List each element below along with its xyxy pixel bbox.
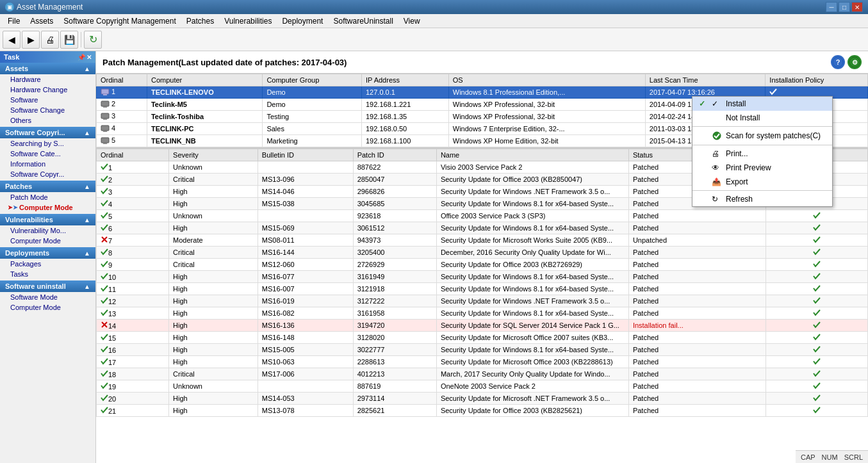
patch-row[interactable]: 6 High MS15-069 3061512 Security Update … (97, 222, 868, 234)
sidebar-item-patch-mode[interactable]: Patch Mode (0, 192, 95, 202)
col-ip: IP Address (362, 74, 449, 86)
bottom-col-ordinal: Ordinal (97, 149, 169, 161)
severity: Critical (169, 247, 258, 259)
patch-row[interactable]: 17 High MS10-063 2288613 Security Update… (97, 356, 868, 368)
patch-id: 2973114 (353, 393, 436, 405)
ordinal: 17 (97, 356, 169, 368)
status: Installation fail... (628, 320, 766, 332)
patch-row[interactable]: 11 High MS16-007 3121918 Security Update… (97, 283, 868, 295)
sidebar-item-software-change[interactable]: Software Change (0, 105, 95, 115)
menu-patches[interactable]: Patches (181, 15, 219, 27)
patch-name: Office 2003 Service Pack 3 (SP3) (436, 210, 628, 222)
sidebar-item-vuln-computer-mode[interactable]: Computer Mode (0, 236, 95, 246)
section-header-software-copyright[interactable]: Software Copyri... ▲ (0, 127, 95, 138)
forward-button[interactable]: ▶ (22, 31, 40, 49)
patch-id: 2825621 (353, 405, 436, 417)
auto-install (766, 247, 868, 259)
os-cell: Windows XP Home Edition, 32-bit (448, 135, 645, 147)
sidebar-item-hardware-change[interactable]: Hardware Change (0, 85, 95, 95)
menu-software-copyright[interactable]: Software Copyright Management (58, 15, 181, 27)
arrow-vulnerabilities: ▲ (84, 216, 90, 223)
auto-install (766, 210, 868, 222)
dropdown-item-export[interactable]: 📤Export (692, 175, 832, 189)
patch-row[interactable]: 20 High MS14-053 2973114 Security Update… (97, 393, 868, 405)
save-button[interactable]: 💾 (60, 31, 78, 49)
menu-vulnerabilities[interactable]: Vulnerabilities (219, 15, 277, 27)
section-header-vulnerabilities[interactable]: Vulnerabilities ▲ (0, 214, 95, 225)
refresh-button[interactable]: ↻ (84, 31, 102, 49)
patch-row[interactable]: 15 High MS16-148 3128020 Security Update… (97, 332, 868, 344)
ordinal: 5 (97, 210, 169, 222)
close-button[interactable]: ✕ (851, 2, 863, 12)
num-indicator: NUM (822, 453, 838, 461)
maximize-button[interactable]: □ (839, 2, 850, 12)
sidebar-item-computer-mode[interactable]: ➤ Computer Mode (0, 202, 95, 213)
patch-row[interactable]: 7 Moderate MS08-011 943973 Security Upda… (97, 234, 868, 247)
menu-deployment[interactable]: Deployment (277, 15, 328, 27)
patch-row[interactable]: 5 Unknown 923618 Office 2003 Service Pac… (97, 210, 868, 222)
patch-row[interactable]: 16 High MS15-005 3022777 Security Update… (97, 344, 868, 356)
auto-install (766, 320, 868, 332)
bulletin: MS16-019 (258, 295, 353, 307)
dropdown-item-print[interactable]: 🖨Print... (692, 147, 832, 161)
patch-id: 3205400 (353, 247, 436, 259)
patch-row[interactable]: 14 High MS16-136 3194720 Security Update… (97, 320, 868, 332)
back-button[interactable]: ◀ (3, 31, 20, 49)
auto-install (766, 332, 868, 344)
patch-id: 923618 (353, 210, 436, 222)
patch-name: Security Update for Microsoft Works Suit… (436, 234, 628, 247)
patch-row[interactable]: 21 High MS13-078 2825621 Security Update… (97, 405, 868, 417)
patch-row[interactable]: 18 Critical MS17-006 4012213 March, 2017… (97, 368, 868, 380)
patch-row[interactable]: 9 Critical MS12-060 2726929 Security Upd… (97, 259, 868, 271)
sidebar-item-vuln-mode[interactable]: Vulnerability Mo... (0, 225, 95, 236)
dropdown-item-install[interactable]: ✓✓Install (692, 97, 832, 111)
checkmark-icon (699, 195, 708, 204)
section-header-software-uninstall[interactable]: Software uninstall ▲ (0, 280, 95, 292)
sidebar-item-packages[interactable]: Packages (0, 259, 95, 269)
minimize-button[interactable]: ─ (826, 2, 837, 12)
dropdown-item-refresh[interactable]: ↻Refresh (692, 192, 832, 206)
dropdown-separator (692, 145, 832, 145)
sidebar-item-software-copyr[interactable]: Software Copyr... (0, 169, 95, 179)
dropdown-item-print-preview[interactable]: 👁Print Preview (692, 161, 832, 175)
sidebar-item-tasks[interactable]: Tasks (0, 269, 95, 279)
dropdown-item-not-install[interactable]: Not Install (692, 111, 832, 125)
sidebar-item-others[interactable]: Others (0, 115, 95, 126)
sidebar-item-searching[interactable]: Searching by S... (0, 138, 95, 149)
bulletin (258, 161, 353, 174)
menu-file[interactable]: File (3, 15, 25, 27)
severity: Unknown (169, 380, 258, 393)
group-cell: Marketing (263, 135, 362, 147)
section-header-deployments[interactable]: Deployments ▲ (0, 247, 95, 259)
ordinal-cell: 1 (97, 86, 147, 99)
section-label-patches: Patches (5, 183, 32, 190)
settings-icon[interactable]: ⚙ (848, 55, 862, 69)
patch-name: Visio 2003 Service Pack 2 (436, 161, 628, 174)
sidebar-item-hardware[interactable]: Hardware (0, 74, 95, 85)
severity: Moderate (169, 234, 258, 247)
patch-row[interactable]: 10 High MS16-077 3161949 Security Update… (97, 271, 868, 283)
patch-row[interactable]: 13 High MS16-082 3161958 Security Update… (97, 307, 868, 320)
menu-software-uninstall[interactable]: SoftwareUninstall (328, 15, 398, 27)
sidebar-item-software[interactable]: Software (0, 95, 95, 105)
sidebar-item-information[interactable]: Information (0, 159, 95, 169)
auto-install (766, 368, 868, 380)
task-pin[interactable]: 📌 (78, 54, 85, 61)
section-header-patches[interactable]: Patches ▲ (0, 181, 95, 192)
patch-row[interactable]: 8 Critical MS16-144 3205400 December, 20… (97, 247, 868, 259)
patch-row[interactable]: 12 High MS16-019 3127222 Security Update… (97, 295, 868, 307)
task-close[interactable]: ✕ (86, 54, 92, 61)
menu-view[interactable]: View (398, 15, 425, 27)
print-button[interactable]: 🖨 (41, 31, 59, 49)
patch-row[interactable]: 19 Unknown 887619 OneNote 2003 Service P… (97, 380, 868, 393)
sidebar-item-software-cate[interactable]: Software Cate... (0, 149, 95, 159)
help-icon[interactable]: ? (831, 55, 845, 69)
sidebar-item-sw-mode[interactable]: Software Mode (0, 292, 95, 302)
patch-id: 3194720 (353, 320, 436, 332)
dropdown-item-scan[interactable]: Scan for system patches(C) (692, 128, 832, 143)
sidebar-item-sw-computer-mode[interactable]: Computer Mode (0, 302, 95, 313)
menu-assets[interactable]: Assets (25, 15, 58, 27)
auto-install (766, 356, 868, 368)
section-header-assets[interactable]: Assets ▲ (0, 63, 95, 74)
checkmark-icon (699, 131, 708, 140)
